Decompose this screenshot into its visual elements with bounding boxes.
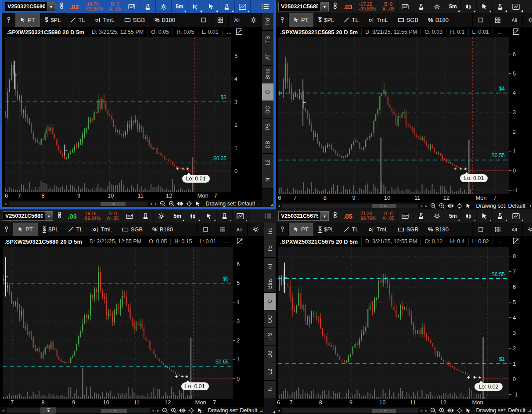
chart-style-icon[interactable] <box>237 238 244 246</box>
cursor-tool-icon[interactable] <box>477 0 492 13</box>
drawings-icon[interactable] <box>235 0 251 13</box>
drawings-icon[interactable] <box>233 209 248 223</box>
auto-scale-icon[interactable] <box>447 203 454 209</box>
tool-sgb-button[interactable]: SGB <box>393 223 423 236</box>
symbol-dropdown-button[interactable]: ▾ <box>47 2 55 11</box>
apply-all-button[interactable]: All <box>230 223 247 236</box>
price-level-label[interactable]: $3 <box>221 94 226 101</box>
cursor-tool-icon[interactable] <box>201 209 217 223</box>
price-chart-canvas[interactable] <box>278 37 509 194</box>
zoom-in-icon[interactable] <box>170 407 177 414</box>
panel-settings-gear-icon[interactable] <box>247 223 264 236</box>
scroll-left-edge-arrow[interactable]: ◂ <box>1 408 5 413</box>
tool-tml-button[interactable]: TmL <box>90 13 119 27</box>
menu-icon[interactable] <box>258 0 273 13</box>
price-level-label[interactable]: $0.35 <box>213 155 226 162</box>
tool-pt-button[interactable]: PT <box>289 13 313 27</box>
timeframe-button[interactable]: 5m <box>172 0 187 13</box>
price-chart-canvas[interactable] <box>278 247 509 399</box>
grid-layout-button[interactable] <box>212 13 228 27</box>
maximize-panel-button[interactable] <box>195 13 212 27</box>
chart-style-icon[interactable] <box>236 28 243 36</box>
drawing-set-status[interactable]: Drawing set: Default <box>205 201 255 207</box>
tool-pt-button[interactable]: PT <box>289 223 313 236</box>
tool-b180-button[interactable]: % B180 <box>423 13 453 27</box>
drawings-icon[interactable] <box>508 209 524 223</box>
corporate-actions-icon[interactable] <box>124 0 140 13</box>
tool-tml-button[interactable]: TmL <box>363 13 393 27</box>
tool-b180-button[interactable]: % B180 <box>150 13 180 27</box>
settings-gear-icon[interactable] <box>429 209 445 223</box>
settings-gear-icon[interactable] <box>156 0 172 13</box>
pattern-candles-icon[interactable] <box>187 0 203 13</box>
scroll-left-edge-arrow[interactable]: ◂ <box>277 408 281 413</box>
drawing-set-status[interactable]: Drawing set: Default <box>476 203 525 209</box>
pattern-candles-icon[interactable] <box>461 0 477 13</box>
drawing-set-status[interactable]: Drawing set: Default <box>476 407 525 414</box>
cursor-tool-icon[interactable] <box>203 0 219 13</box>
tool-tml-button[interactable]: TmL <box>88 223 117 236</box>
resize-corner[interactable] <box>528 410 531 412</box>
chart-scrollbar-thumb[interactable] <box>101 202 126 206</box>
panel-settings-gear-icon[interactable] <box>245 13 262 27</box>
corporate-actions-icon[interactable] <box>398 0 413 13</box>
pan-right-arrow[interactable]: ▸ <box>424 408 428 413</box>
pointer-mode-icon[interactable] <box>194 201 201 207</box>
tab-ps[interactable]: PS <box>264 328 276 346</box>
chart-scrollbar-thumb[interactable] <box>372 204 396 208</box>
pin-icon[interactable] <box>0 223 13 236</box>
apply-all-button[interactable]: All <box>506 223 522 236</box>
zoom-in-icon[interactable] <box>438 203 446 209</box>
tab-btns[interactable]: Btns <box>264 275 276 293</box>
pin-icon[interactable] <box>276 13 289 27</box>
tool-b180-button[interactable]: % B180 <box>423 223 453 236</box>
zoom-in-icon[interactable] <box>438 407 446 414</box>
tab-trd[interactable]: Trd <box>262 13 273 31</box>
tool-sgb-button[interactable]: SGB <box>117 223 147 236</box>
price-level-label[interactable]: $1 <box>499 356 505 362</box>
tool-pt-button[interactable]: PT <box>13 223 38 236</box>
chart-header-more[interactable]: ... <box>222 29 236 36</box>
scroll-left-edge-arrow[interactable]: ◂ <box>277 204 281 208</box>
grid-layout-button[interactable] <box>489 13 506 27</box>
corporate-actions-icon[interactable] <box>122 209 138 223</box>
price-chart-canvas[interactable] <box>3 247 233 399</box>
chart-scrollbar-track[interactable] <box>282 408 418 413</box>
settings-gear-icon[interactable] <box>429 0 445 13</box>
drawing-set-status[interactable]: Drawing set: Default <box>208 407 257 414</box>
pattern-candles-icon[interactable] <box>461 209 477 223</box>
pan-left-arrow[interactable]: ◂ <box>419 408 423 413</box>
symbol-input[interactable] <box>278 211 320 221</box>
maximize-panel-button[interactable] <box>472 223 489 236</box>
time-axis[interactable]: 6789101112Mon7 <box>276 194 522 202</box>
tool-spl-button[interactable]: $ $PL <box>313 13 339 27</box>
pin-icon[interactable] <box>276 223 289 236</box>
tab-oc[interactable]: OC <box>262 101 273 119</box>
tab-at[interactable]: AT <box>262 48 273 66</box>
pointer-mode-icon[interactable] <box>464 203 472 209</box>
pointer-mode-icon[interactable] <box>464 407 472 414</box>
zoom-out-icon[interactable] <box>161 407 169 414</box>
zoom-out-icon[interactable] <box>429 203 437 209</box>
link-chain-icon[interactable] <box>57 2 66 11</box>
strategies-flask-icon[interactable] <box>219 0 235 13</box>
grid-layout-button[interactable] <box>489 223 506 236</box>
tool-tl-button[interactable]: TL <box>63 223 87 236</box>
timeframe-button[interactable]: 5m <box>445 0 461 13</box>
symbol-input[interactable] <box>3 211 45 221</box>
tool-sgb-button[interactable]: SGB <box>393 13 423 27</box>
resize-corner[interactable] <box>260 410 262 412</box>
pan-left-arrow[interactable]: ◂ <box>149 202 153 206</box>
time-axis[interactable]: 6789101112Mon <box>276 399 522 407</box>
tool-sgb-button[interactable]: SGB <box>119 13 150 27</box>
strategies-flask-icon[interactable] <box>492 0 508 13</box>
link-chain-icon[interactable] <box>55 212 64 220</box>
tool-tml-button[interactable]: TmL <box>363 223 393 236</box>
studies-flask-icon[interactable] <box>413 0 429 13</box>
price-level-label[interactable]: $5 <box>223 276 229 282</box>
chart-header-more[interactable]: ... <box>492 29 506 36</box>
chart-header-more[interactable]: ... <box>492 238 506 245</box>
tab-trd[interactable]: Trd <box>264 223 276 240</box>
chart-style-icon[interactable] <box>513 238 520 246</box>
chart-scrollbar-track[interactable] <box>282 204 418 209</box>
